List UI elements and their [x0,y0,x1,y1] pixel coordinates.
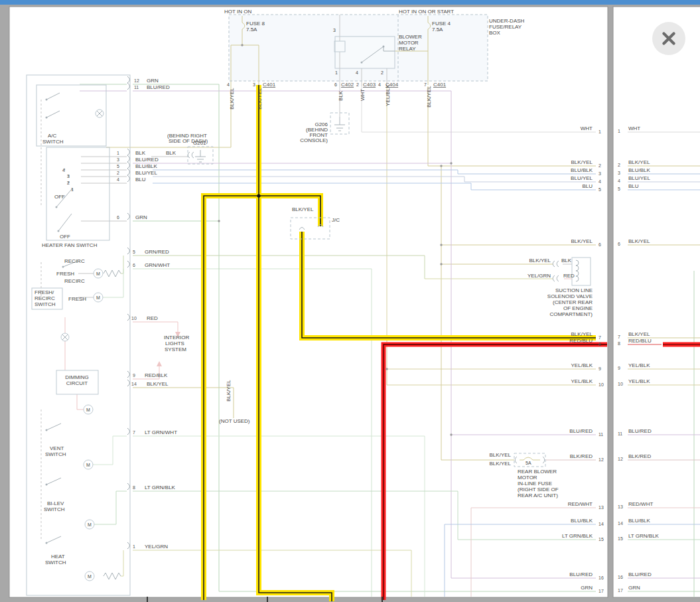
main-pin-number: 11 [598,432,603,437]
left-pin-wire-label: BLK/YEL [147,381,169,387]
fuse-4-label: FUSE 4 [432,21,451,27]
diagram-label: 2 [67,181,70,185]
wiring-diagram: HOT IN ONHOT IN ON OR STARTFUSE 87.5AFUS… [0,0,700,602]
diagram-label: 4 [227,82,230,87]
left-pin-number: 14 [131,382,137,386]
diagram-label: 7.5A [432,27,443,33]
left-pin-number: 4 [117,177,119,182]
right-page[interactable] [613,7,700,597]
diagram-label: 5A [525,461,531,465]
left-pin-wire-label: BLU/YEL [135,170,157,176]
diagram-label: 2 [356,82,359,87]
diagram-label: SOLENOID VALVE [547,293,593,299]
diagram-label: INTERIOR [164,335,189,340]
rightpage-pin-wire-label: YEL/BLK [628,378,650,384]
left-pin-number: 6 [117,215,119,220]
main-pin-number: 12 [598,457,604,462]
diagram-label: BLK/YEL [226,380,232,402]
close-button[interactable] [652,22,685,55]
diagram-label: BLK/YEL [529,258,551,263]
diagram-label: WHT [360,89,366,101]
diagram-label: UNDER-DASH [489,18,525,24]
diagram-label: 6 [334,82,337,87]
diagram-label: 2 [381,70,384,75]
main-pin-wire-label: RED/BLU [569,338,593,344]
diagram-label: BLK/YEL [490,461,512,467]
diagram-label: RECIRC [35,295,55,301]
rightpage-pin-wire-label: RED/BLU [628,338,652,344]
wiring-diagram-viewer: HOT IN ONHOT IN ON OR STARTFUSE 87.5AFUS… [0,0,700,602]
diagram-label: (RIGHT SIDE OF [518,487,559,492]
connector-ref-c401[interactable]: C401 [263,82,276,88]
left-pin-wire-label: GRN [135,214,147,220]
diagram-label: MOTOR [518,475,537,481]
rightpage-pin-number: 4 [618,179,620,183]
diagram-label: BLK/YEL [426,86,432,108]
rightpage-pin-number: 13 [618,504,623,509]
hot-in-on-label: HOT IN ON [224,9,251,15]
left-pin-wire-label: RED/BLK [145,372,168,378]
rightpage-pin-wire-label: WHT [628,125,640,131]
diagram-label: CIRCUIT [66,380,88,386]
fuse-8-label: FUSE 8 [246,21,265,27]
rightpage-pin-number: 15 [618,536,623,541]
main-pin-wire-label: LT GRN/BLK [562,533,593,539]
rightpage-pin-wire-label: BLU/RED [628,428,652,434]
diagram-label: LIGHTS [165,340,184,346]
left-pin-number: 6 [133,263,135,267]
diagram-label: M [96,295,100,300]
left-pin-number: 5 [133,250,135,254]
diagram-label: BOX [489,30,501,36]
main-pin-number: 17 [598,589,604,593]
left-pin-wire-label: BLU/RED [135,157,159,163]
diagram-label: YEL/GRN [527,273,551,279]
rightpage-pin-number: 17 [618,588,623,593]
left-pin-number: 10 [131,316,137,321]
main-pin-number: 2 [598,163,601,168]
rightpage-pin-number: 14 [618,521,623,526]
connector-ref-c402[interactable]: C402 [341,82,354,88]
heater-fan-switch-label: HEATER FAN SWITCH [42,242,98,248]
diagram-label: SUCTION LINE [555,287,593,293]
diagram-label: SYSTEM [165,346,186,352]
ground-g201-label: G201 [193,140,206,146]
diagram-label: 4 [62,168,65,173]
main-pin-wire-label: BLU/RED [569,571,593,577]
left-pin-wire-label: LT GRN/BLK [145,485,176,490]
main-pin-wire-label: BLK/YEL [571,159,593,165]
diagram-label: FRESH [68,296,86,302]
rightpage-pin-number: 8 [618,341,620,346]
diagram-label: M [88,574,92,579]
diagram-label: MOTOR [399,40,419,46]
connector-ref-c401[interactable]: C401 [433,82,447,88]
rightpage-pin-wire-label: BLU/YEL [628,175,650,181]
connector-ref-c403[interactable]: C403 [363,82,376,88]
rightpage-pin-number: 7 [618,335,620,339]
rightpage-pin-number: 5 [618,187,620,191]
diagram-label: BLK/YEL [292,206,314,212]
diagram-label: M [88,522,92,527]
main-pin-wire-label: BLU/YEL [571,175,593,181]
left-pin-wire-label: BLK [135,150,146,156]
diagram-label: REAR BLOWER [518,469,557,475]
left-pin-wire-label: BLU/RED [147,84,170,90]
rightpage-pin-number: 12 [618,457,623,461]
main-pin-wire-label: YEL/BLK [571,362,593,368]
rightpage-pin-number: 6 [618,242,620,246]
left-pin-number: 8 [133,485,135,490]
main-pin-number: 13 [598,505,604,510]
diagram-label: BLK [561,258,572,263]
main-pin-wire-label: BLU/RED [569,428,593,434]
left-pin-number: 7 [133,430,135,435]
diagram-label: RED [563,273,575,279]
left-pin-number: 3 [117,157,119,162]
main-pin-number: 8 [598,342,601,346]
diagram-label: 3 [67,174,70,179]
main-pin-number: 10 [598,382,604,387]
title-bar [0,0,700,5]
rightpage-pin-wire-label: RED/WHT [628,501,653,507]
diagram-label: 3 [253,82,255,87]
diagram-label: M [96,271,100,276]
diagram-label: HEAT [51,554,65,560]
diagram-label: FRESH/ [35,289,54,295]
